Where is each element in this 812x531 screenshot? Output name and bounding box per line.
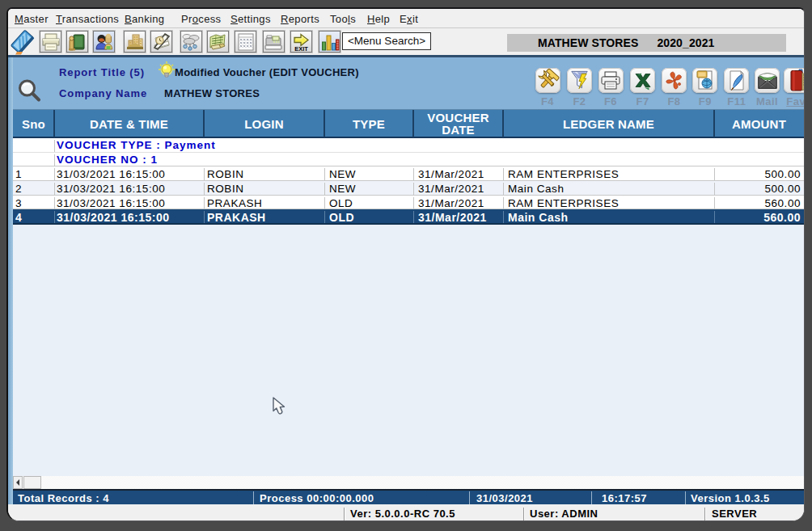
svg-text:EXIT: EXIT <box>294 45 308 52</box>
